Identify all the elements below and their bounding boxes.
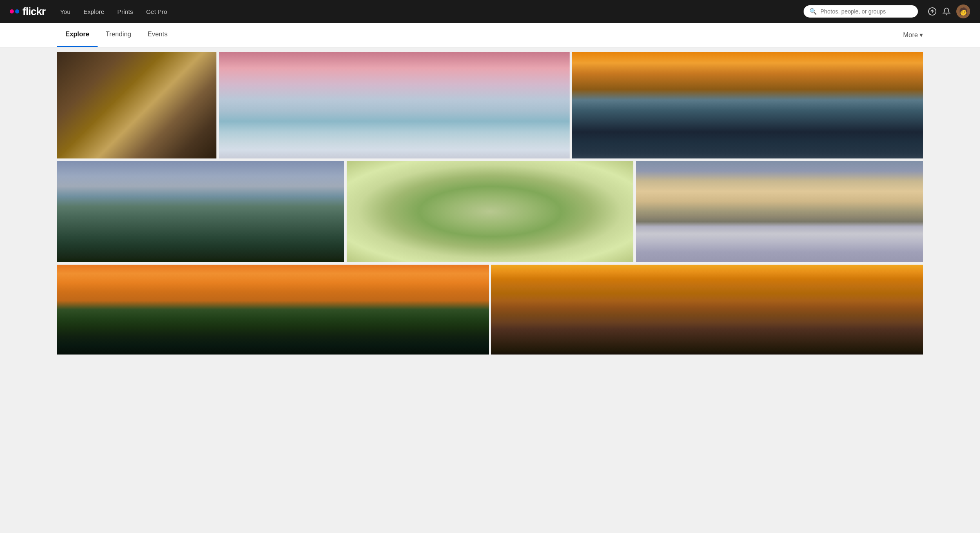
top-navigation: flickr You Explore Prints Get Pro 🔍 🧑 xyxy=(0,0,980,23)
photo-row-3 xyxy=(57,265,923,355)
tab-trending[interactable]: Trending xyxy=(98,23,140,47)
photo-rabbits[interactable] xyxy=(57,52,216,158)
search-bar[interactable]: 🔍 xyxy=(804,5,918,18)
search-input[interactable] xyxy=(820,8,912,15)
nav-link-get-pro[interactable]: Get Pro xyxy=(141,6,172,18)
avatar[interactable]: 🧑 xyxy=(956,4,970,18)
photo-forest-sunset[interactable] xyxy=(57,265,489,355)
logo-dots xyxy=(10,9,19,13)
photo-mountains-sunset[interactable] xyxy=(572,52,923,158)
more-dropdown[interactable]: More ▾ xyxy=(903,31,923,39)
nav-link-you[interactable]: You xyxy=(55,6,75,18)
dot-pink xyxy=(10,9,14,13)
tab-explore[interactable]: Explore xyxy=(57,23,98,47)
photo-row-1 xyxy=(57,52,923,158)
subnav-tabs: Explore Trending Events xyxy=(57,23,176,47)
photo-bird[interactable] xyxy=(347,161,634,262)
search-icon: 🔍 xyxy=(809,8,817,15)
chevron-down-icon: ▾ xyxy=(920,31,923,39)
photo-row-2 xyxy=(57,161,923,262)
logo-area[interactable]: flickr xyxy=(10,5,45,18)
tab-events[interactable]: Events xyxy=(139,23,176,47)
more-label: More xyxy=(903,31,918,39)
upload-button[interactable] xyxy=(928,7,937,16)
photo-grid xyxy=(0,47,980,359)
nav-link-prints[interactable]: Prints xyxy=(112,6,138,18)
photo-horses-sunset[interactable] xyxy=(491,265,923,355)
sub-navigation: Explore Trending Events More ▾ xyxy=(0,23,980,47)
notifications-button[interactable] xyxy=(942,7,951,16)
nav-actions: 🧑 xyxy=(928,4,970,18)
photo-lake-clouds[interactable] xyxy=(636,161,923,262)
dot-blue xyxy=(15,9,19,13)
logo-text: flickr xyxy=(22,5,45,18)
nav-link-explore[interactable]: Explore xyxy=(78,6,109,18)
photo-castle[interactable] xyxy=(219,52,570,158)
photo-mountain-church[interactable] xyxy=(57,161,344,262)
